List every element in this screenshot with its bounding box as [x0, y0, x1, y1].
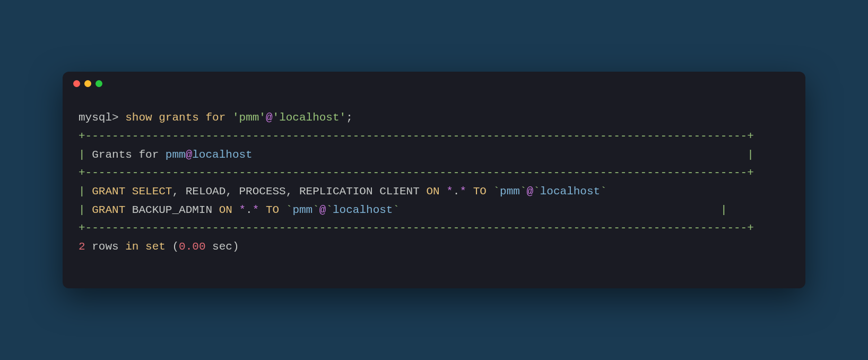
header-text: Grants for: [92, 149, 166, 161]
header-host: localhost: [192, 149, 252, 161]
keyword-show: show: [125, 112, 152, 124]
keyword-set: set: [145, 241, 166, 253]
prompt: mysql>: [79, 112, 119, 124]
pipe: |: [79, 185, 92, 198]
keyword-to: TO: [473, 185, 487, 198]
pipe: |: [747, 149, 754, 161]
pipe: |: [721, 204, 727, 216]
keyword-to: TO: [266, 204, 279, 216]
row-user: pmm: [500, 185, 520, 198]
string-user: 'pmm': [232, 112, 266, 124]
row-host: localhost: [540, 185, 600, 198]
row-count: 2: [79, 241, 85, 253]
pipe: |: [79, 204, 92, 216]
keyword-select: SELECT: [132, 185, 172, 198]
table-border-bottom: +---------------------------------------…: [79, 222, 754, 234]
keyword-on: ON: [219, 204, 232, 216]
string-host: 'localhost': [273, 112, 346, 124]
terminal-window: mysql> show grants for 'pmm'@'localhost'…: [63, 72, 805, 288]
table-border-mid: +---------------------------------------…: [79, 167, 754, 179]
terminal-output: mysql> show grants for 'pmm'@'localhost'…: [63, 95, 805, 288]
header-user: pmm: [166, 149, 186, 161]
minimize-icon[interactable]: [84, 80, 91, 87]
close-icon[interactable]: [73, 80, 80, 87]
semicolon: ;: [346, 112, 353, 124]
titlebar: [63, 72, 805, 95]
padding: [253, 149, 748, 161]
keyword-for: for: [206, 112, 226, 124]
table-border-top: +---------------------------------------…: [79, 130, 754, 142]
keyword-in: in: [125, 241, 138, 253]
maximize-icon[interactable]: [96, 80, 102, 87]
header-at: @: [186, 149, 193, 161]
row-host: localhost: [333, 204, 393, 216]
keyword-grant: GRANT: [92, 204, 125, 216]
keyword-grant: GRANT: [92, 185, 125, 198]
keyword-on: ON: [426, 185, 439, 198]
elapsed-time: 0.00: [179, 241, 205, 253]
row-user: pmm: [292, 204, 313, 216]
keyword-grants: grants: [159, 112, 199, 124]
at-sign: @: [266, 112, 273, 124]
pipe: |: [79, 149, 92, 161]
